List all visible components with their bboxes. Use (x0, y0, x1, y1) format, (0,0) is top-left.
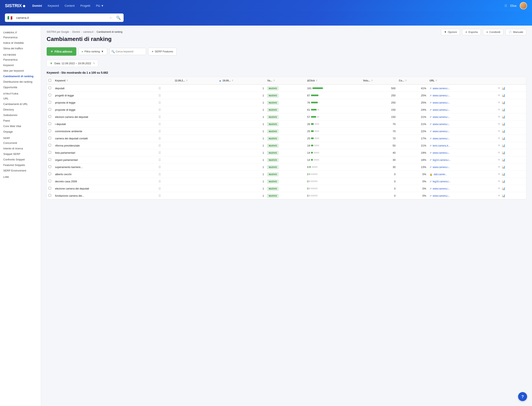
url-text-4[interactable]: www.camera.i... (433, 116, 450, 118)
keyword-icon-6[interactable]: ☰ (157, 128, 173, 135)
eye-icon-1[interactable]: 👁 (498, 94, 501, 97)
row-checkbox-1[interactable] (49, 94, 51, 96)
eye-icon-0[interactable]: 👁 (498, 87, 501, 90)
keyword-icon-0[interactable]: ☰ (157, 85, 173, 92)
row-checkbox-6[interactable] (49, 130, 51, 132)
sidebar-item-url[interactable]: URL (0, 96, 41, 101)
breadcrumb-domini[interactable]: Domini (72, 30, 80, 33)
sidebar-item-traffico[interactable]: Stima del traffico (0, 46, 41, 51)
chart-icon-8[interactable]: 📊 (502, 144, 505, 147)
url-text-9[interactable]: www.camera.i... (433, 152, 450, 154)
chart-icon-12[interactable]: 📊 (502, 173, 505, 176)
chart-icon-6[interactable]: 📊 (502, 130, 505, 133)
url-text-10[interactable]: leg14.camera.i... (433, 159, 451, 161)
row-checkbox-5[interactable] (49, 122, 51, 125)
url-text-14[interactable]: www.camera.i... (433, 187, 450, 190)
url-text-7[interactable]: www.camera.i... (433, 137, 450, 140)
va-help-icon[interactable]: ? (273, 80, 275, 82)
sidebar-item-cambiamenti-url[interactable]: Cambiamenti di URL (0, 101, 41, 107)
eye-icon-15[interactable]: 👁 (498, 194, 501, 197)
sidebar-item-serp-env[interactable]: SERP Environment (0, 168, 41, 173)
serp-features-button[interactable]: + SERP Features (148, 48, 177, 55)
keyword-icon-12[interactable]: ☰ (157, 171, 173, 178)
select-all-checkbox[interactable] (49, 79, 51, 82)
url-link-icon-4[interactable]: ↗ (430, 116, 431, 118)
help-button[interactable]: ? (518, 392, 527, 401)
url-text-8[interactable]: temi.camera.it... (433, 144, 450, 147)
search-input[interactable] (14, 14, 108, 22)
eye-icon-6[interactable]: 👁 (498, 130, 501, 133)
url-link-icon-14[interactable]: ↗ (430, 187, 431, 190)
keyword-icon-1[interactable]: ☰ (157, 92, 173, 99)
eye-icon-12[interactable]: 👁 (498, 173, 501, 176)
url-link-icon-5[interactable]: ↗ (430, 123, 431, 126)
eye-icon-4[interactable]: 👁 (498, 115, 501, 118)
nav-keyword[interactable]: Keyword (48, 4, 59, 7)
sidebar-item-featured[interactable]: Featured Snippets (0, 162, 41, 168)
row-checkbox-11[interactable] (49, 165, 51, 168)
url-text-11[interactable]: www.camera.i... (433, 166, 450, 169)
row-checkbox-9[interactable] (49, 151, 51, 154)
keyword-icon-2[interactable]: ☰ (157, 99, 173, 106)
row-checkbox-8[interactable] (49, 144, 51, 146)
keyword-icon-11[interactable]: ☰ (157, 164, 173, 171)
chart-icon-4[interactable]: 📊 (502, 115, 505, 118)
keyword-icon-4[interactable]: ☰ (157, 113, 173, 121)
opzioni-button[interactable]: ▼ Opzioni (441, 29, 460, 35)
eye-icon-11[interactable]: 👁 (498, 165, 501, 169)
condividi-button[interactable]: ⇒ Condividi (483, 29, 503, 35)
url-link-icon-1[interactable]: ↗ (430, 94, 431, 97)
sidebar-item-panoramica-kw[interactable]: Panoramica (0, 57, 41, 62)
nav-more[interactable]: Più ▼ (96, 4, 104, 7)
url-link-icon-9[interactable]: ↗ (430, 152, 431, 154)
url-text-3[interactable]: www.camera.i... (433, 109, 450, 111)
chart-icon-2[interactable]: 📊 (502, 101, 505, 104)
url-link-icon-6[interactable]: ↗ (430, 130, 431, 133)
row-checkbox-13[interactable] (49, 180, 51, 182)
eye-icon-3[interactable]: 👁 (498, 108, 501, 111)
chart-icon-0[interactable]: 📊 (502, 87, 505, 90)
sidebar-item-visibilita[interactable]: Indice di Visibilità (0, 40, 41, 46)
row-checkbox-7[interactable] (49, 137, 51, 139)
co-help-icon[interactable]: ? (405, 80, 407, 82)
url-link-icon-10[interactable]: ↗ (430, 159, 431, 161)
sidebar-item-distribuzione[interactable]: Distribuzione dei ranking (0, 79, 41, 85)
eye-icon-8[interactable]: 👁 (498, 144, 501, 147)
keyword-help-icon[interactable]: ? (66, 80, 68, 82)
eye-icon-14[interactable]: 👁 (498, 187, 501, 190)
sidebar-item-directory[interactable]: Directory (0, 107, 41, 112)
logo[interactable]: SISTRIX ● (5, 3, 26, 9)
row-checkbox-15[interactable] (49, 194, 51, 197)
keyword-icon-14[interactable]: ☰ (157, 185, 173, 192)
date-old-help-icon[interactable]: ? (186, 80, 187, 82)
edit-icon[interactable]: ✎ (93, 62, 95, 65)
row-checkbox-2[interactable] (49, 101, 51, 103)
chart-icon-11[interactable]: 📊 (502, 165, 505, 169)
chart-icon-14[interactable]: 📊 (502, 187, 505, 190)
url-help-icon[interactable]: ? (436, 80, 437, 82)
chart-icon-10[interactable]: 📊 (502, 158, 505, 161)
esporta-button[interactable]: ⇓ Esporta (462, 29, 481, 35)
row-checkbox-12[interactable] (49, 173, 51, 175)
url-text-0[interactable]: www.camera.i... (433, 87, 450, 90)
sidebar-item-sottodomini[interactable]: Sottodomini (0, 112, 41, 118)
url-text-1[interactable]: www.camera.i... (433, 94, 450, 97)
avatar[interactable] (520, 2, 527, 9)
chart-icon-15[interactable]: 📊 (502, 194, 505, 197)
sidebar-item-confronto[interactable]: Confronto Snippet (0, 157, 41, 162)
chart-icon-3[interactable]: 📊 (502, 108, 505, 111)
grid-icon[interactable]: ⁝⁝ (505, 3, 507, 8)
breadcrumb-camerait[interactable]: camera.it (83, 30, 93, 33)
sidebar-item-onpage[interactable]: Onpage (0, 129, 41, 134)
eye-icon-2[interactable]: 👁 (498, 101, 501, 104)
keyword-icon-3[interactable]: ☰ (157, 106, 173, 113)
keyword-icon-9[interactable]: ☰ (157, 149, 173, 156)
url-link-icon-2[interactable]: ↗ (430, 101, 431, 104)
eye-icon-9[interactable]: 👁 (498, 151, 501, 154)
row-checkbox-4[interactable] (49, 115, 51, 118)
chart-icon-7[interactable]: 📊 (502, 137, 505, 140)
breadcrumb-sistrix[interactable]: SISTRIX per Google (47, 30, 69, 33)
eye-icon-7[interactable]: 👁 (498, 137, 501, 140)
nav-domini[interactable]: Domini (32, 4, 42, 7)
url-link-icon-13[interactable]: ↗ (430, 180, 431, 183)
